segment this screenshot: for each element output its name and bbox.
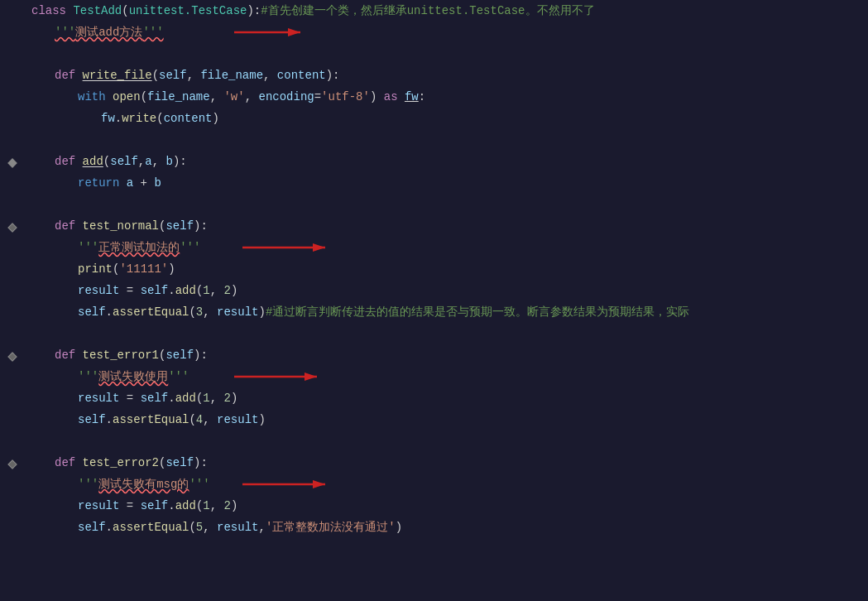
eq-19: = (119, 392, 140, 405)
code-line-20: self.assertEqual(4, result) (31, 409, 868, 430)
self-17: self (165, 349, 194, 362)
class-name: TestAdd (73, 4, 122, 17)
fn-test-normal: test_normal (83, 219, 159, 233)
punc-13b: ) (168, 262, 175, 276)
comma-24: , (210, 499, 217, 512)
num-1-19: 1 (203, 392, 209, 405)
colon-5: : (419, 90, 425, 103)
num-3: 3 (196, 305, 203, 319)
gutter-icon-12 (7, 238, 18, 260)
code-content: class TestAdd(unittest.TestCase):#首先创建一个… (25, 0, 868, 601)
kw-def-22: def (55, 456, 83, 469)
punc-15b: ) (258, 305, 265, 319)
fn-write-file: write_file (83, 69, 152, 82)
num-5: 5 (196, 521, 203, 534)
code-line-11: def test_normal(self): (31, 215, 868, 237)
param-content: content (270, 69, 325, 82)
comma-5: , (210, 90, 217, 103)
self-15: self (78, 305, 106, 319)
punc-11b: ): (194, 219, 208, 233)
comma-15: , (203, 305, 209, 319)
punc-5c: ) (370, 90, 384, 103)
gutter-icon-14 (7, 281, 18, 303)
punc-6: ( (156, 112, 163, 125)
arrow-1 (230, 23, 313, 41)
gutter-icon-16 (7, 325, 18, 346)
code-line-6: fw.write(content) (31, 108, 868, 129)
docstring-4-content: 测试失败有msg的 (98, 477, 189, 492)
kw-def-17: def (55, 349, 83, 362)
punc-4b: ): (326, 69, 340, 82)
gutter-icon-13 (7, 260, 18, 281)
code-line-19: result = self.add(1, 2) (31, 387, 868, 409)
code-line-24: result = self.add(1, 2) (31, 495, 868, 517)
kw-return: return (78, 176, 127, 190)
str-msg: '正常整数加法没有通过' (266, 520, 396, 535)
gutter-breakpoint-8[interactable] (7, 152, 18, 174)
code-line-16 (31, 323, 868, 344)
gutter-breakpoint-17[interactable] (7, 346, 18, 368)
comma-4b: , (263, 69, 270, 82)
code-line-13: print('11111') (31, 258, 868, 280)
self-4: self (159, 69, 187, 82)
code-line-7 (31, 129, 868, 151)
var-fw2: fw (101, 112, 115, 125)
kw-with: with (78, 90, 113, 103)
var-result-14: result (78, 284, 119, 297)
fn-print: print (78, 262, 113, 276)
punc-25: ( (189, 521, 195, 534)
comma-5b: , (245, 90, 252, 103)
code-line-3 (31, 43, 868, 65)
gutter-icon-7 (7, 131, 18, 152)
gutter-icon-6 (7, 109, 18, 131)
code-line-14: result = self.add(1, 2) (31, 280, 868, 301)
dot-6: . (115, 112, 122, 125)
comma-8: , (138, 155, 145, 168)
punc-14b: ) (231, 284, 237, 297)
param-enc: encoding (252, 90, 314, 103)
method-assert-25: assertEqual (113, 521, 189, 534)
docstring-2-content: 正常测试加法的 (98, 240, 180, 255)
code-line-23: '''测试失败有msg的''' (31, 474, 868, 495)
kw-as: as (384, 90, 405, 103)
gutter-breakpoint-11[interactable] (7, 217, 18, 238)
method-add-19: add (175, 392, 196, 405)
comma-8b: , (152, 155, 159, 168)
fn-test-error2: test_error2 (83, 456, 159, 469)
eq-14: = (119, 284, 140, 297)
punc-20: ( (189, 413, 195, 426)
gutter (0, 0, 25, 601)
dot-20: . (106, 413, 113, 426)
code-line-22: def test_error2(self): (31, 452, 868, 474)
num-2-19: 2 (217, 392, 231, 405)
code-line-9: return a + b (31, 172, 868, 194)
gutter-icon-25 (7, 518, 18, 540)
gutter-icon-24 (7, 497, 18, 518)
punc-4: ( (152, 69, 159, 82)
num-1-24: 1 (203, 499, 209, 512)
gutter-breakpoint-22[interactable] (7, 454, 18, 475)
code-line-10 (31, 194, 868, 215)
punc-19: ( (196, 392, 203, 405)
code-line-5: with open(file_name, 'w', encoding='utf-… (31, 86, 868, 108)
comma-25b: , (258, 521, 265, 534)
comma-25: , (203, 521, 209, 534)
dot-25: . (106, 521, 113, 534)
code-line-21 (31, 430, 868, 452)
gutter-icon-2 (7, 23, 18, 45)
fn-add: add (83, 155, 103, 168)
str-w: 'w' (217, 90, 245, 103)
code-line-1: class TestAdd(unittest.TestCase):#首先创建一个… (31, 0, 868, 22)
arrow-4 (238, 475, 338, 493)
param-b: b (159, 155, 173, 168)
comma-14: , (210, 284, 217, 297)
self-20: self (78, 413, 106, 426)
docstring-4-open: ''' (78, 478, 98, 491)
method-add-24: add (175, 499, 196, 512)
str-utf8: 'utf-8' (321, 90, 370, 103)
code-line-4: def write_file(self, file_name, content)… (31, 65, 868, 86)
param-fn: file_name (147, 90, 210, 103)
kw-def-8: def (55, 155, 83, 168)
num-1-14: 1 (203, 284, 209, 297)
punc-6b: ) (212, 112, 218, 125)
